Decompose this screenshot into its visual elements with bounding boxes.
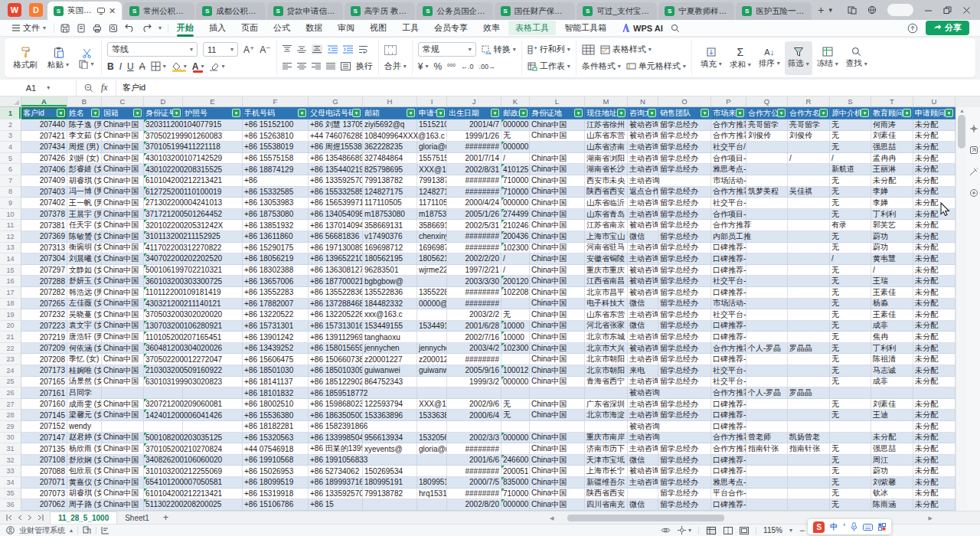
cell-C32[interactable]: China中国 bbox=[102, 455, 144, 466]
cell-I26[interactable] bbox=[417, 387, 447, 399]
formula-content[interactable]: 客户id bbox=[116, 82, 152, 93]
quickbar-caret[interactable]: ▾ bbox=[158, 25, 162, 31]
search-icon[interactable] bbox=[671, 24, 680, 33]
cell-N14[interactable]: 主动咨询 bbox=[628, 253, 658, 265]
ime-punctuation[interactable]: ’ bbox=[843, 523, 845, 531]
cell-U16[interactable]: 未分配 bbox=[913, 276, 956, 287]
cell-A30[interactable]: 207147 bbox=[21, 433, 67, 444]
cell-A33[interactable]: 207088 bbox=[21, 466, 67, 477]
cell-O16[interactable]: 留学总经办 bbox=[658, 276, 711, 287]
cell-K32[interactable]: 246600 bbox=[501, 455, 530, 466]
cell-B25[interactable]: 汤景然 (女 bbox=[67, 377, 102, 388]
upload-cloud-icon[interactable] bbox=[907, 23, 918, 34]
cell-L18[interactable]: China中国 bbox=[530, 299, 585, 310]
cell-L22[interactable]: China中国 bbox=[530, 343, 585, 355]
cell-N24[interactable]: 来电 bbox=[628, 365, 658, 377]
cell-A7[interactable]: 207409 bbox=[21, 175, 67, 187]
redo-icon[interactable] bbox=[142, 24, 152, 32]
status-icon-1[interactable] bbox=[83, 526, 91, 534]
cell-H8[interactable]: 124827175 bbox=[363, 187, 417, 198]
cell-G2[interactable]: +86 刘慧 137052 bbox=[309, 119, 363, 131]
justify-icon[interactable] bbox=[326, 63, 335, 70]
cell-J10[interactable]: 2005/1/26 bbox=[447, 209, 501, 221]
cell-I20[interactable]: 153449155 bbox=[417, 321, 447, 332]
cell-O12[interactable]: 留学总经办 bbox=[658, 231, 711, 243]
cell-P32[interactable]: 口碑推荐- bbox=[711, 455, 746, 466]
cell-O26[interactable] bbox=[658, 387, 711, 399]
cell-J29[interactable] bbox=[447, 421, 501, 433]
filter-dropdown-R[interactable]: ▾ bbox=[819, 109, 828, 117]
row-number-3[interactable]: 3 bbox=[0, 131, 21, 142]
cell-I2[interactable]: 151521001 bbox=[417, 119, 447, 131]
status-icon-2[interactable] bbox=[101, 526, 109, 534]
cell-I34[interactable]: 180995191 bbox=[417, 477, 447, 489]
cell-P29[interactable]: 口碑推荐- bbox=[711, 421, 746, 433]
cell-P33[interactable]: 口碑推荐- bbox=[711, 466, 746, 477]
cell-L11[interactable]: China中国 bbox=[530, 220, 585, 231]
cell-Q17[interactable] bbox=[746, 287, 788, 299]
cell-B29[interactable]: wendy bbox=[67, 421, 102, 433]
cell-F3[interactable]: +86 15263810 bbox=[243, 131, 309, 142]
cell-L5[interactable]: China中国 bbox=[530, 153, 585, 165]
cell-O21[interactable]: 留学总经办 bbox=[658, 332, 711, 343]
cell-P14[interactable]: 口碑推荐- bbox=[711, 253, 746, 265]
cell-T10[interactable]: 丁利利 bbox=[871, 209, 913, 221]
cell-P34[interactable]: 雅思考点- bbox=[711, 477, 746, 489]
cell-C4[interactable]: China中国 bbox=[102, 142, 144, 153]
cell-L23[interactable]: China中国 bbox=[530, 354, 585, 365]
cell-O14[interactable]: 留学总经办 bbox=[658, 253, 711, 265]
cell-T8[interactable]: 李婵 bbox=[871, 187, 913, 198]
cell-P10[interactable]: 合作项目- bbox=[711, 209, 746, 221]
cell-R25[interactable] bbox=[788, 377, 830, 388]
cell-Q10[interactable] bbox=[746, 209, 788, 221]
cell-J1[interactable]: 出生日期▾ bbox=[447, 107, 501, 119]
column-header-B[interactable]: B bbox=[67, 96, 102, 107]
cell-G19[interactable]: +86 1322052260 bbox=[309, 309, 363, 321]
cell-F31[interactable]: +44 07546918 bbox=[243, 443, 309, 455]
cell-O3[interactable]: 留学总经办 bbox=[658, 131, 711, 142]
cell-J15[interactable]: 1997/2/21 bbox=[447, 265, 501, 276]
cell-S6[interactable]: 新航道 bbox=[830, 164, 871, 175]
cell-D31[interactable]: 370105200210270824 bbox=[144, 443, 183, 455]
cell-H7[interactable]: 799138782 bbox=[363, 175, 417, 187]
cell-O1[interactable]: 销售团队▾ bbox=[658, 107, 711, 119]
cell-T29[interactable] bbox=[871, 421, 913, 433]
freeze-button[interactable]: 冻结▾ bbox=[814, 41, 841, 75]
cell-G18[interactable]: +86 1372884680 bbox=[309, 299, 363, 310]
cell-M5[interactable]: 湖南省浏阳 bbox=[585, 153, 628, 165]
cell-Q16[interactable] bbox=[746, 276, 788, 287]
cell-A36[interactable]: 207062 bbox=[21, 499, 67, 511]
cell-Q36[interactable] bbox=[746, 499, 788, 511]
cell-I28[interactable]: 153363896 bbox=[417, 410, 447, 421]
output-icon[interactable] bbox=[77, 24, 86, 33]
document-tab-0[interactable]: S英国留学生✕ bbox=[47, 2, 122, 20]
cell-T28[interactable]: 王迪 bbox=[871, 410, 913, 421]
cell-Q5[interactable] bbox=[746, 153, 788, 165]
cell-B28[interactable]: 梁馨元 (女 bbox=[67, 410, 102, 421]
cell-M13[interactable]: 河南省驻马 bbox=[585, 243, 628, 254]
cell-Q2[interactable]: 亮哥留学 bbox=[746, 119, 788, 131]
cell-R12[interactable] bbox=[788, 231, 830, 243]
row-number-33[interactable]: 33 bbox=[0, 466, 21, 477]
cell-T30[interactable]: 未分配 bbox=[871, 433, 913, 444]
merge-button[interactable]: 合并▾ bbox=[384, 60, 407, 72]
cell-O11[interactable]: 留学总经办 bbox=[658, 220, 711, 231]
cell-H16[interactable]: bgbgbow@ bbox=[363, 276, 417, 287]
cell-A8[interactable]: 207403 bbox=[21, 187, 67, 198]
cell-D12[interactable]: 310113200211152925 bbox=[144, 231, 183, 243]
cell-U32[interactable]: 未分配 bbox=[913, 455, 956, 466]
cell-I36[interactable] bbox=[417, 499, 447, 511]
cell-O5[interactable]: 留学总经办 bbox=[658, 153, 711, 165]
cell-U27[interactable]: 未分配 bbox=[913, 399, 956, 410]
cell-M21[interactable]: 北京市东城 bbox=[585, 332, 628, 343]
cell-A32[interactable]: 207108 bbox=[21, 455, 67, 466]
cell-C21[interactable]: China中国 bbox=[102, 332, 144, 343]
cell-I29[interactable] bbox=[417, 421, 447, 433]
filter-dropdown-D[interactable]: ▾ bbox=[172, 109, 181, 117]
cell-M23[interactable]: 北京市朝阳 bbox=[585, 354, 628, 365]
cell-K24[interactable]: 100012 bbox=[501, 365, 530, 377]
cell-A18[interactable]: 207265 bbox=[21, 299, 67, 310]
cell-G32[interactable]: +86 1991056833 bbox=[309, 455, 363, 466]
cell-I7[interactable]: 799138782 bbox=[417, 175, 447, 187]
row-number-5[interactable]: 5 bbox=[0, 153, 21, 165]
